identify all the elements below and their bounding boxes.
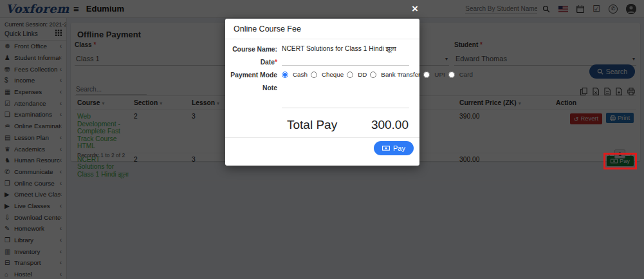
modal-title: Online Course Fee [225, 19, 419, 39]
close-icon[interactable]: × [412, 3, 418, 14]
course-name-value: NCERT Solutions for Class 1 Hindi झूला [282, 45, 396, 53]
radio-bank-transfer[interactable] [370, 72, 376, 78]
course-name-label: Course Name: [225, 45, 282, 53]
total-pay-value: 300.00 [371, 118, 409, 132]
radio-cheque-label[interactable]: Cheque [322, 71, 344, 78]
pay-button[interactable]: Pay [374, 141, 414, 155]
radio-cash-label[interactable]: Cash [293, 71, 308, 78]
date-input[interactable] [282, 58, 409, 66]
total-pay-label: Total Pay [287, 118, 337, 132]
radio-card[interactable] [448, 72, 455, 78]
radio-cheque[interactable] [311, 72, 317, 78]
online-course-fee-modal: × Online Course Fee Course Name: NCERT S… [225, 19, 419, 166]
radio-upi[interactable] [423, 72, 430, 78]
money-icon [382, 146, 390, 151]
note-input[interactable] [282, 84, 409, 108]
radio-cash[interactable] [282, 72, 288, 78]
payment-mode-label: Payment Mode [225, 71, 282, 79]
radio-bank-transfer-label[interactable]: Bank Transfer [381, 71, 420, 78]
radio-card-label[interactable]: Card [459, 71, 473, 78]
radio-upi-label[interactable]: UPI [434, 71, 445, 78]
date-label: Date* [225, 58, 282, 66]
note-label: Note [225, 84, 282, 91]
radio-dd-label[interactable]: DD [358, 71, 367, 78]
radio-dd[interactable] [347, 72, 353, 78]
